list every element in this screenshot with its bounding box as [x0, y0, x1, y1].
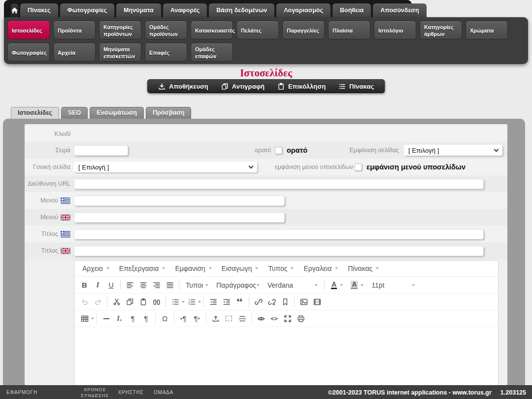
submenu-checkbox[interactable]	[355, 164, 362, 171]
module-button-customers[interactable]: Πελάτες	[236, 21, 279, 39]
editor-menu-insert[interactable]: Εισαγωγη	[217, 265, 264, 272]
upload-icon[interactable]	[209, 312, 222, 325]
menu-en-input[interactable]	[74, 212, 285, 223]
save-button[interactable]: Αποθήκευση	[152, 80, 215, 93]
module-button-product-groups[interactable]: Ομάδες προϊόντων	[145, 21, 187, 39]
underline-button[interactable]: U	[104, 278, 118, 292]
rtl-icon[interactable]: ¶▾	[190, 312, 203, 325]
page-break-icon[interactable]	[235, 312, 249, 325]
nav-tab-photos[interactable]: Φωτογραφίες	[60, 3, 115, 17]
blockquote-icon[interactable]: “	[233, 299, 246, 305]
module-button-article-categories[interactable]: Κατηγορίες άρθρων	[420, 21, 462, 39]
editor-content-area[interactable]	[74, 327, 498, 385]
bullet-list-icon[interactable]	[168, 295, 182, 308]
nav-tab-reports[interactable]: Αναφορές	[163, 3, 207, 17]
tab-embedding[interactable]: Ενσωμάτωση	[90, 107, 144, 119]
italic-button[interactable]: I	[91, 278, 104, 292]
paste-button[interactable]: Επικόλληση	[271, 80, 332, 93]
tab-seo[interactable]: SEO	[61, 107, 88, 119]
url-input[interactable]	[74, 179, 484, 189]
module-button-contact-groups[interactable]: Ομάδες επαφών	[191, 43, 233, 62]
block-format-dropdown[interactable]: Παράγραφος	[212, 281, 264, 289]
clear-formatting-icon[interactable]: I×	[113, 312, 126, 325]
unlink-icon[interactable]	[265, 295, 278, 308]
font-size-dropdown[interactable]: 11pt	[367, 281, 419, 289]
visual-chars-icon[interactable]: ¶	[139, 312, 153, 325]
table-icon[interactable]	[78, 312, 91, 325]
editor-menu-view[interactable]: Εμφανιση	[170, 265, 216, 272]
tab-access[interactable]: Πρόσβαση	[146, 107, 191, 119]
module-button-product-categories[interactable]: Κατηγορίες προϊόντων	[99, 21, 141, 39]
chevron-down-icon[interactable]	[91, 318, 94, 320]
editor-menu-table[interactable]: Πίνακας	[343, 265, 384, 272]
backcolor-button[interactable]: A	[347, 281, 367, 289]
module-button-products[interactable]: Προϊόντα	[53, 21, 96, 39]
module-button-colors[interactable]: Χρώματα	[466, 21, 508, 39]
image-icon[interactable]	[297, 295, 310, 308]
search-replace-icon[interactable]	[150, 295, 163, 308]
module-button-visitor-messages[interactable]: Μηνύματα επισκεπτών	[99, 43, 141, 62]
page-display-select[interactable]: [ Επιλογή ]	[404, 145, 502, 156]
media-icon[interactable]	[310, 295, 324, 308]
module-button-files[interactable]: Αρχεία	[53, 43, 96, 62]
editor-menu-format[interactable]: Τυπος	[263, 265, 299, 272]
visual-blocks-icon[interactable]	[222, 312, 235, 325]
indent-icon[interactable]	[220, 295, 233, 308]
parent-page-select[interactable]: [ Επιλογή ]	[74, 162, 257, 172]
module-row-2: Φωτογραφίες Αρχεία Μηνύματα επισκεπτών Ε…	[7, 43, 528, 62]
nav-tab-tables[interactable]: Πίνακες	[20, 3, 58, 17]
cut-icon[interactable]	[110, 295, 123, 308]
font-family-dropdown[interactable]: Verdana	[264, 281, 322, 289]
home-tab[interactable]	[11, 3, 18, 17]
nav-tab-help[interactable]: Βοήθεια	[332, 3, 371, 17]
undo-icon[interactable]	[78, 295, 91, 308]
align-right-icon[interactable]	[150, 278, 163, 292]
chevron-down-icon[interactable]	[198, 301, 201, 303]
align-justify-icon[interactable]	[163, 278, 176, 292]
source-code-icon[interactable]: <>	[267, 312, 281, 325]
nav-tab-logout[interactable]: Αποσύνδεση	[373, 3, 426, 17]
nav-tab-account[interactable]: Λογαριασμός	[276, 3, 331, 17]
copy-button[interactable]: Αντιγραφή	[215, 80, 271, 93]
title-el-input[interactable]	[74, 229, 484, 239]
horizontal-rule-icon[interactable]	[100, 312, 113, 325]
menu-el-input[interactable]	[74, 196, 285, 206]
anchor-icon[interactable]	[278, 295, 292, 308]
ltr-icon[interactable]: ▸¶	[177, 312, 190, 325]
link-icon[interactable]	[252, 295, 265, 308]
module-button-contacts[interactable]: Επαφές	[145, 43, 187, 62]
fullscreen-icon[interactable]	[281, 312, 294, 325]
submenu-checkbox-label[interactable]: εμφάνιση μενού υποσελίδων	[366, 163, 466, 171]
styles-dropdown[interactable]: Τυποι	[182, 281, 212, 289]
tab-webpages[interactable]: Ιστοσελίδες	[11, 107, 59, 119]
editor-menu-file[interactable]: Αρχειο	[77, 265, 114, 272]
module-button-manufacturers[interactable]: Κατασκευαστές	[191, 21, 233, 39]
preview-icon[interactable]	[254, 312, 267, 325]
module-button-photos[interactable]: Φωτογραφίες	[7, 43, 50, 62]
bold-button[interactable]: B	[78, 278, 91, 292]
module-button-frames[interactable]: Πλαίσια	[328, 21, 370, 39]
outdent-icon[interactable]	[206, 295, 220, 308]
redo-icon[interactable]	[91, 295, 104, 308]
table-view-button[interactable]: Πίνακας	[332, 80, 380, 93]
paste-icon[interactable]	[136, 295, 150, 308]
editor-menu-edit[interactable]: Επεξεργασια	[114, 265, 170, 272]
title-en-input[interactable]	[74, 246, 484, 256]
module-button-orders[interactable]: Παραγγελίες	[282, 21, 325, 39]
visible-checkbox-label[interactable]: ορατό	[287, 146, 307, 154]
print-icon[interactable]	[294, 312, 307, 325]
module-button-webpages[interactable]: Ιστοσελίδες	[7, 21, 50, 39]
nav-tab-database[interactable]: Βάση δεδομένων	[209, 3, 274, 17]
module-button-blog[interactable]: Ιστολόγιο	[374, 21, 416, 39]
paragraph-icon[interactable]: ¶	[126, 312, 139, 325]
copy-icon[interactable]	[123, 295, 136, 308]
nav-tab-messages[interactable]: Μηνύματα	[116, 3, 161, 17]
align-center-icon[interactable]	[136, 278, 150, 292]
numbered-list-icon[interactable]: 123	[185, 295, 198, 308]
visible-checkbox[interactable]	[275, 147, 282, 154]
align-left-icon[interactable]	[123, 278, 136, 292]
order-input[interactable]	[74, 145, 128, 156]
forecolor-button[interactable]: A	[327, 281, 347, 289]
special-char-icon[interactable]: Ω	[158, 312, 171, 325]
editor-menu-tools[interactable]: Εργαλεια	[299, 265, 343, 272]
